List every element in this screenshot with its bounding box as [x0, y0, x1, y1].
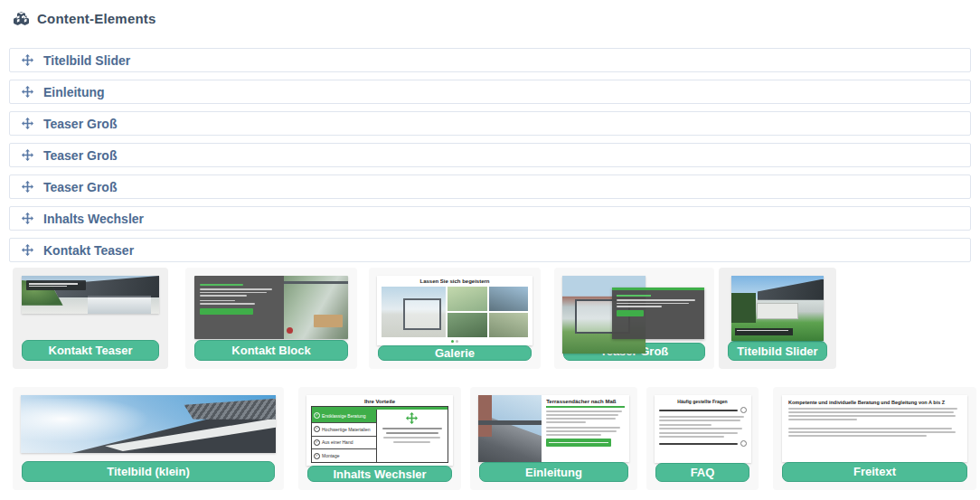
element-row-label: Teaser Groß — [43, 148, 117, 163]
slider-dots — [382, 340, 528, 343]
library-card-teaser-gross: Teaser Groß — [554, 268, 714, 369]
add-kontakt-block-button[interactable]: Kontakt Block — [194, 340, 348, 361]
preview-title: Häufig gestellte Fragen — [659, 399, 747, 404]
add-galerie-button[interactable]: Galerie — [378, 345, 532, 361]
element-row-label: Teaser Groß — [43, 180, 117, 194]
arrows-icon — [406, 412, 418, 424]
element-row-titelbild-slider[interactable]: Titelbild Slider — [9, 48, 971, 72]
titelbild-slider-preview — [731, 276, 824, 341]
preview-caption-overlay — [735, 328, 793, 335]
library-card-galerie: Lassen Sie sich begeistern Galerie — [369, 268, 541, 369]
check-circle-icon: ✓ — [314, 439, 320, 446]
preview-title: Lassen Sie sich begeistern — [382, 278, 528, 285]
faq-question-row — [659, 440, 747, 447]
move-icon[interactable] — [22, 244, 33, 256]
element-row-teaser-gross-2[interactable]: Teaser Groß — [9, 143, 971, 167]
move-icon[interactable] — [22, 149, 33, 161]
move-icon[interactable] — [22, 118, 33, 129]
preview-caption-overlay — [26, 280, 86, 290]
titelbild-klein-preview — [21, 395, 276, 453]
cubes-icon — [13, 11, 30, 26]
add-faq-button[interactable]: FAQ — [655, 463, 749, 482]
element-row-label: Teaser Groß — [43, 117, 117, 131]
faq-question-row — [659, 407, 747, 413]
element-row-inhalts-wechsler[interactable]: Inhalts Wechsler — [9, 206, 971, 231]
galerie-preview: Lassen Sie sich begeistern — [377, 276, 532, 345]
element-row-label: Inhalts Wechsler — [43, 212, 144, 226]
page-header: Content-Elements — [13, 11, 156, 26]
library-card-titelbild-klein: Titelbild (klein) — [13, 387, 284, 490]
library-card-einleitung: Terrassendächer nach Maß Einleitung — [470, 387, 637, 490]
check-circle-icon: ✓ — [314, 426, 320, 432]
circle-icon — [740, 440, 747, 447]
add-inhalts-wechsler-button[interactable]: Inhalts Wechsler — [307, 466, 452, 482]
kontakt-block-preview — [194, 276, 348, 339]
preview-title: Terrassendächer nach Maß — [546, 399, 625, 405]
advantage-item: ✓Montage — [312, 449, 376, 462]
library-card-kontakt-teaser: Kontakt Teaser — [13, 268, 168, 369]
move-icon[interactable] — [22, 212, 33, 224]
teaser-overlay-box — [612, 288, 704, 339]
inhalts-wechsler-preview: Ihre Vorteile ✓Erstklassige Beratung ✓Ho… — [306, 395, 453, 466]
preview-title: Kompetente und individuelle Beratung und… — [788, 400, 961, 405]
einleitung-preview: Terrassendächer nach Maß — [478, 395, 629, 462]
advantage-item: ✓Erstklassige Beratung — [312, 410, 376, 423]
page-title: Content-Elements — [37, 11, 156, 26]
library-card-faq: Häufig gestellte Fragen FAQ — [646, 387, 759, 490]
add-titelbild-slider-button[interactable]: Titelbild Slider — [728, 341, 827, 361]
library-card-inhalts-wechsler: Ihre Vorteile ✓Erstklassige Beratung ✓Ho… — [298, 387, 461, 490]
preview-cta-button — [546, 439, 611, 447]
circle-icon — [740, 407, 747, 413]
library-card-kontakt-block: Kontakt Block — [185, 268, 357, 369]
element-row-list: Titelbild Slider Einleitung Teaser Groß … — [9, 48, 971, 269]
element-row-teaser-gross-3[interactable]: Teaser Groß — [9, 175, 971, 199]
advantage-detail-panel — [377, 410, 448, 462]
add-kontakt-teaser-button[interactable]: Kontakt Teaser — [22, 340, 159, 361]
kontakt-teaser-preview — [22, 276, 159, 314]
check-circle-icon: ✓ — [314, 453, 320, 459]
check-circle-icon: ✓ — [314, 412, 320, 419]
element-row-teaser-gross-1[interactable]: Teaser Groß — [9, 111, 971, 136]
move-icon[interactable] — [22, 181, 33, 193]
advantage-item: ✓Aus einer Hand — [312, 437, 376, 450]
element-row-label: Titelbild Slider — [43, 53, 130, 68]
advantage-list: ✓Erstklassige Beratung ✓Hochwertige Mate… — [312, 410, 377, 462]
element-row-kontakt-teaser[interactable]: Kontakt Teaser — [9, 238, 971, 262]
faq-preview: Häufig gestellte Fragen — [655, 395, 751, 463]
teaser-gross-preview — [562, 276, 707, 343]
element-row-einleitung[interactable]: Einleitung — [9, 80, 971, 104]
library-card-titelbild-slider: Titelbild Slider — [719, 268, 836, 369]
move-icon[interactable] — [22, 54, 33, 66]
add-einleitung-button[interactable]: Einleitung — [479, 462, 628, 482]
content-elements-page: Content-Elements Titelbild Slider Einlei… — [0, 0, 980, 500]
freitext-preview: Kompetente und individuelle Beratung und… — [782, 395, 967, 462]
library-card-freitext: Kompetente und individuelle Beratung und… — [773, 387, 976, 490]
add-freitext-button[interactable]: Freitext — [782, 462, 967, 482]
preview-title: Ihre Vorteile — [311, 398, 448, 405]
advantage-item: ✓Hochwertige Materialien — [312, 423, 376, 437]
add-titelbild-klein-button[interactable]: Titelbild (klein) — [22, 461, 275, 482]
move-icon[interactable] — [22, 86, 33, 98]
element-row-label: Einleitung — [43, 85, 105, 99]
element-row-label: Kontakt Teaser — [43, 243, 134, 258]
